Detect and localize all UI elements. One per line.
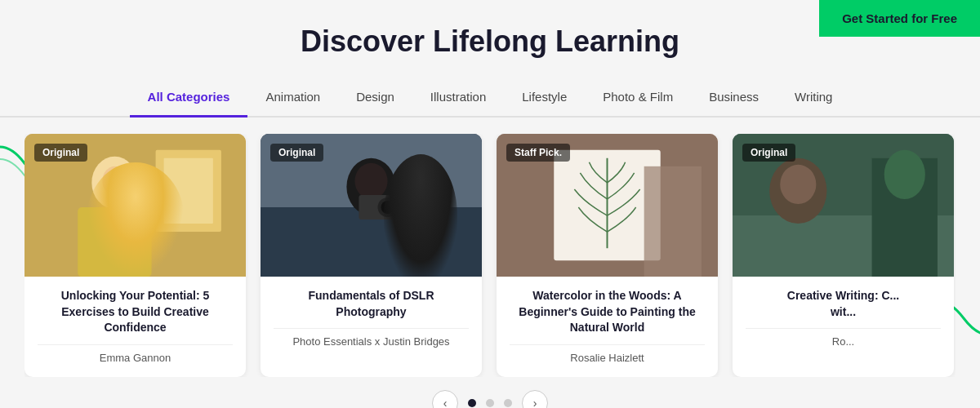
cards-section: Original Unlocking Your Potential: 5 Exe… — [0, 118, 980, 377]
card-divider-1 — [38, 344, 233, 345]
svg-point-10 — [354, 163, 387, 199]
carousel-dot-2[interactable] — [486, 399, 494, 407]
tab-all-categories[interactable]: All Categories — [130, 82, 248, 118]
card-badge-2: Original — [270, 144, 323, 162]
card-author-1: Emma Gannon — [38, 352, 233, 364]
tab-illustration[interactable]: Illustration — [412, 82, 504, 118]
tab-photo-film[interactable]: Photo & Film — [585, 82, 691, 118]
cta-button[interactable]: Get Started for Free — [819, 0, 980, 37]
svg-point-5 — [102, 166, 127, 196]
svg-point-21 — [780, 165, 816, 204]
tab-design[interactable]: Design — [338, 82, 412, 118]
card-author-3: Rosalie Haizlett — [510, 352, 705, 364]
carousel-dot-3[interactable] — [504, 399, 512, 407]
card-author-2: Photo Essentials x Justin Bridges — [274, 335, 469, 348]
cards-wrapper: Original Unlocking Your Potential: 5 Exe… — [24, 134, 956, 377]
card-title-2: Fundamentals of DSLR Photography — [274, 288, 469, 320]
course-card-1[interactable]: Original Unlocking Your Potential: 5 Exe… — [24, 134, 246, 377]
card-badge-3: Staff Pick. — [506, 144, 570, 162]
card-title-1: Unlocking Your Potential: 5 Exercises to… — [38, 288, 233, 336]
card-divider-2 — [274, 328, 469, 329]
card-body-4: Creative Writing: C...wit... Ro... — [733, 277, 954, 361]
course-card-2[interactable]: Original — [261, 134, 482, 377]
svg-point-12 — [378, 197, 398, 217]
carousel-next-button[interactable]: › — [522, 390, 548, 408]
svg-rect-4 — [78, 207, 151, 277]
svg-point-13 — [381, 201, 394, 214]
svg-rect-11 — [359, 195, 395, 220]
card-body-1: Unlocking Your Potential: 5 Exercises to… — [24, 277, 246, 377]
svg-point-3 — [91, 157, 137, 209]
category-nav: All Categories Animation Design Illustra… — [0, 82, 980, 118]
card-author-4: Ro... — [746, 335, 941, 348]
card-image-1: Original — [24, 134, 246, 277]
page-title: Discover Lifelong Learning — [301, 24, 679, 59]
course-card-3[interactable]: Staff Pick. — [497, 134, 718, 377]
main-content: Discover Lifelong Learning All Categorie… — [0, 0, 980, 408]
tabs-container: All Categories Animation Design Illustra… — [0, 82, 980, 118]
card-body-3: Watercolor in the Woods: A Beginner's Gu… — [497, 277, 718, 377]
card-badge-4: Original — [742, 144, 795, 162]
card-image-2: Original — [261, 134, 482, 277]
tab-business[interactable]: Business — [691, 82, 777, 118]
card-badge-1: Original — [34, 144, 87, 162]
tab-writing[interactable]: Writing — [777, 82, 850, 118]
svg-rect-2 — [164, 158, 213, 224]
svg-rect-17 — [644, 166, 702, 277]
tab-animation[interactable]: Animation — [247, 82, 338, 118]
carousel-dot-1[interactable] — [468, 399, 476, 407]
svg-point-23 — [884, 150, 925, 199]
course-card-4[interactable]: Original Creative Writing: C...wit... — [733, 134, 954, 377]
tab-lifestyle[interactable]: Lifestyle — [504, 82, 585, 118]
card-title-3: Watercolor in the Woods: A Beginner's Gu… — [510, 288, 705, 336]
card-body-2: Fundamentals of DSLR Photography Photo E… — [261, 277, 482, 361]
card-divider-3 — [510, 344, 705, 345]
carousel-controls: ‹ › — [432, 390, 548, 408]
card-image-3: Staff Pick. — [497, 134, 718, 277]
card-title-4: Creative Writing: C...wit... — [746, 288, 941, 320]
card-divider-4 — [746, 328, 941, 329]
carousel-prev-button[interactable]: ‹ — [432, 390, 458, 408]
card-image-4: Original — [733, 134, 954, 277]
